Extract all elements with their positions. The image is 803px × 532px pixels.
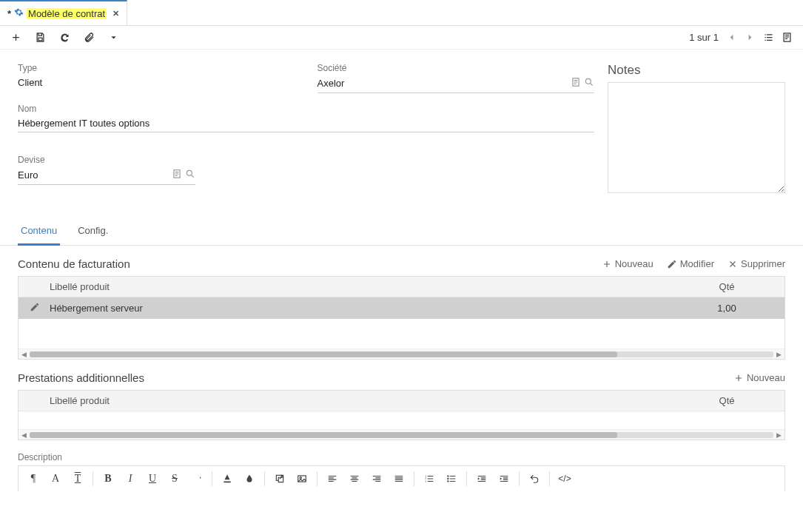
search-icon[interactable]	[584, 77, 594, 90]
underline-icon[interactable]: U	[142, 469, 163, 488]
facturation-edit-button[interactable]: Modifier	[667, 258, 714, 269]
subtabs: Contenu Config.	[0, 218, 803, 246]
section-facturation: Contenu de facturation Nouveau Modifier …	[0, 246, 803, 360]
field-devise[interactable]: Devise Euro	[18, 155, 195, 195]
section-prestations: Prestations additionnelles Nouveau Libel…	[0, 360, 803, 440]
facturation-delete-button[interactable]: Supprimer	[728, 258, 785, 269]
scroll-right-icon[interactable]: ▶	[776, 431, 782, 439]
open-record-icon[interactable]	[172, 169, 182, 181]
form-body: Type Client Société Axelor Nom	[0, 50, 803, 195]
facturation-col-qty: Qté	[675, 281, 779, 292]
link-icon[interactable]	[269, 469, 290, 488]
align-left-icon[interactable]	[322, 469, 343, 488]
field-devise-value: Euro	[18, 169, 38, 181]
clear-format-icon[interactable]	[187, 469, 207, 488]
svg-point-13	[447, 475, 448, 477]
field-type: Type Client	[18, 63, 295, 93]
field-nom-value: Hébergement IT toutes options	[18, 118, 149, 129]
facturation-grid: Libellé produit Qté Hébergement serveur …	[18, 276, 785, 360]
section-title-facturation: Contenu de facturation	[18, 257, 130, 270]
horizontal-scrollbar[interactable]: ◀ ▶	[19, 349, 784, 359]
undo-icon[interactable]	[524, 469, 545, 488]
save-button[interactable]	[35, 32, 46, 43]
pager-next[interactable]	[745, 32, 756, 43]
section-title-prestations: Prestations additionnelles	[18, 371, 144, 384]
svg-point-15	[447, 480, 448, 482]
svg-text:3: 3	[425, 480, 426, 483]
prestations-grid: Libellé produit Qté ◀ ▶	[18, 390, 785, 440]
gear-icon	[14, 7, 24, 19]
pager-text: 1 sur 1	[689, 32, 719, 43]
toolbar: 1 sur 1	[0, 26, 803, 50]
field-type-label: Type	[18, 63, 295, 73]
prestations-col-qty: Qté	[675, 395, 779, 406]
indent-icon[interactable]	[494, 469, 514, 488]
paragraph-icon[interactable]: ¶	[23, 469, 44, 488]
svg-point-3	[585, 78, 591, 84]
open-record-icon[interactable]	[571, 77, 581, 90]
align-right-icon[interactable]	[366, 469, 387, 488]
ordered-list-icon[interactable]: 123	[419, 469, 440, 488]
scroll-right-icon[interactable]: ▶	[776, 351, 782, 358]
field-nom[interactable]: Nom Hébergement IT toutes options	[18, 104, 594, 144]
image-icon[interactable]	[292, 469, 312, 488]
editor-toolbar: ¶ A T B I U S	[18, 465, 785, 491]
facturation-col-product: Libellé produit	[45, 281, 675, 292]
code-view-icon[interactable]: </>	[554, 469, 575, 488]
more-dropdown[interactable]	[108, 32, 119, 43]
unordered-list-icon[interactable]	[441, 469, 462, 488]
field-nom-label: Nom	[18, 104, 594, 114]
form-view-button[interactable]	[782, 32, 793, 43]
align-center-icon[interactable]	[344, 469, 365, 488]
list-view-button[interactable]	[763, 32, 774, 43]
tab-bar: * Modèle de contrat ✕	[0, 0, 803, 26]
notes-textarea[interactable]	[608, 82, 785, 193]
font-family-icon[interactable]: A	[45, 469, 66, 488]
dirty-indicator: *	[7, 8, 11, 19]
svg-rect-6	[224, 482, 230, 483]
tab-contract-template[interactable]: * Modèle de contrat ✕	[0, 0, 127, 25]
notes-title: Notes	[608, 63, 785, 78]
facturation-new-button[interactable]: Nouveau	[602, 258, 654, 269]
prestations-new-button[interactable]: Nouveau	[733, 372, 785, 383]
svg-point-14	[447, 478, 448, 479]
attach-button[interactable]	[84, 32, 95, 43]
field-societe-value: Axelor	[317, 78, 345, 89]
table-row[interactable]: Hébergement serveur 1,00	[19, 297, 784, 319]
refresh-button[interactable]	[59, 32, 70, 43]
outdent-icon[interactable]	[471, 469, 492, 488]
edit-row-icon[interactable]	[24, 302, 45, 314]
background-color-icon[interactable]	[239, 469, 260, 488]
text-color-icon[interactable]	[217, 469, 238, 488]
scroll-left-icon[interactable]: ◀	[21, 351, 27, 358]
bold-icon[interactable]: B	[98, 469, 118, 488]
pager-prev[interactable]	[726, 32, 737, 43]
tab-title: Modèle de contrat	[27, 8, 107, 19]
horizontal-scrollbar[interactable]: ◀ ▶	[19, 429, 784, 440]
svg-point-5	[187, 170, 192, 175]
description-label: Description	[18, 452, 785, 462]
svg-rect-0	[38, 38, 42, 41]
align-justify-icon[interactable]	[389, 469, 409, 488]
field-societe-label: Société	[317, 63, 595, 73]
close-icon[interactable]: ✕	[112, 9, 119, 18]
field-devise-label: Devise	[18, 155, 195, 165]
tab-config[interactable]: Config.	[75, 218, 111, 245]
prestations-col-product: Libellé produit	[45, 395, 675, 406]
svg-point-9	[300, 477, 301, 479]
scroll-left-icon[interactable]: ◀	[21, 431, 27, 439]
field-type-value: Client	[18, 75, 295, 90]
strikethrough-icon[interactable]: S	[164, 469, 185, 488]
tab-contenu[interactable]: Contenu	[18, 218, 60, 246]
facturation-row-product: Hébergement serveur	[45, 303, 675, 314]
italic-icon[interactable]: I	[120, 469, 141, 488]
facturation-row-qty: 1,00	[675, 303, 779, 314]
new-button[interactable]	[10, 32, 21, 43]
section-description: Description ¶ A T B I U S	[0, 440, 803, 491]
search-icon[interactable]	[185, 169, 195, 181]
font-size-icon[interactable]: T	[67, 469, 88, 488]
field-societe[interactable]: Société Axelor	[317, 63, 595, 93]
